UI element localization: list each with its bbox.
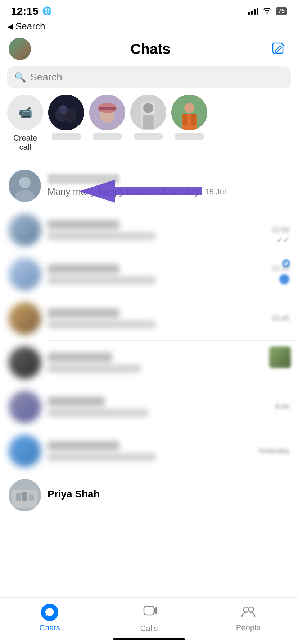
blurred-time-6: Yesterday xyxy=(258,447,289,455)
back-label[interactable]: Search xyxy=(15,21,45,32)
svg-rect-16 xyxy=(183,114,187,125)
priya-shah-avatar xyxy=(9,479,41,511)
svg-rect-12 xyxy=(143,115,154,129)
featured-chat-time: 15 Jul xyxy=(205,187,226,197)
video-plus-icon: 📹 xyxy=(18,106,32,119)
globe-icon: 🌐 xyxy=(42,6,52,16)
priya-shah-name: Priya Shah xyxy=(48,488,100,500)
story-item-1[interactable] xyxy=(48,95,84,140)
blurred-chat-2[interactable]: 11:30 xyxy=(0,252,298,296)
story-row: 📹 Createcall xyxy=(0,95,298,152)
blurred-chat-6[interactable]: Yesterday xyxy=(0,429,298,473)
blurred-time-5: 8:00 xyxy=(275,402,289,411)
story-avatar-1 xyxy=(48,95,84,130)
status-time: 12:15 xyxy=(11,5,39,17)
blurred-avatar-6 xyxy=(9,435,41,467)
search-input[interactable]: Search xyxy=(30,72,62,83)
nav-chats[interactable]: Chats xyxy=(24,604,75,632)
status-bar: 12:15 🌐 75 xyxy=(0,0,298,19)
status-icons: 75 xyxy=(248,6,287,16)
blurred-content-5 xyxy=(48,397,269,417)
blurred-time-1: 12:00 xyxy=(271,226,289,234)
blurred-chat-5[interactable]: 8:00 xyxy=(0,385,298,429)
chats-icon xyxy=(41,604,58,621)
blurred-chat-4[interactable]: 9:15 xyxy=(0,341,298,385)
story-avatar-3 xyxy=(130,95,166,130)
blurred-avatar-5 xyxy=(9,391,41,423)
svg-point-31 xyxy=(249,607,254,612)
blurred-chat-3[interactable]: 10:45 xyxy=(0,296,298,340)
blurred-content-2 xyxy=(48,264,265,284)
blurred-avatar-3 xyxy=(9,302,41,335)
story-item-3[interactable] xyxy=(130,95,166,140)
create-call-button[interactable]: 📹 xyxy=(7,95,43,130)
priya-shah-content: Priya Shah xyxy=(48,488,289,502)
bottom-nav: Chats Calls People xyxy=(0,597,298,644)
blurred-avatar-4 xyxy=(9,346,41,379)
blurred-content-4 xyxy=(48,353,269,373)
nav-people[interactable]: People xyxy=(223,604,274,632)
svg-rect-26 xyxy=(22,492,27,501)
featured-chat-avatar xyxy=(9,170,41,202)
blurred-content-3 xyxy=(48,308,265,328)
battery-icon: 75 xyxy=(276,7,287,15)
chat-list: Many many happy returns of the day· 15 J… xyxy=(0,164,298,583)
svg-point-4 xyxy=(59,105,68,114)
home-indicator xyxy=(113,638,185,640)
blurred-time-3: 10:45 xyxy=(271,314,289,322)
story-name-2 xyxy=(93,133,122,140)
svg-point-22 xyxy=(282,259,290,268)
people-icon xyxy=(240,604,256,621)
story-name-3 xyxy=(134,133,163,140)
svg-marker-29 xyxy=(154,607,157,615)
story-avatar-4 xyxy=(171,95,207,130)
story-name-4 xyxy=(175,133,204,140)
svg-point-11 xyxy=(143,103,153,113)
svg-rect-25 xyxy=(16,493,21,501)
nav-calls[interactable]: Calls xyxy=(124,603,174,633)
svg-rect-28 xyxy=(144,606,154,615)
create-call-label: Createcall xyxy=(13,133,37,152)
unread-badge-2 xyxy=(279,274,289,284)
search-icon: 🔍 xyxy=(14,72,26,83)
blurred-avatar-2 xyxy=(9,258,41,290)
svg-point-19 xyxy=(19,177,31,188)
people-tab-label: People xyxy=(236,623,261,632)
search-bar[interactable]: 🔍 Search xyxy=(7,66,291,88)
svg-point-30 xyxy=(244,607,249,612)
svg-rect-8 xyxy=(99,107,116,110)
signal-icon xyxy=(248,8,258,15)
featured-chat-item[interactable]: Many many happy returns of the day· 15 J… xyxy=(0,164,298,208)
blurred-content-6 xyxy=(48,441,251,461)
create-call-item[interactable]: 📹 Createcall xyxy=(7,95,43,152)
compose-button[interactable] xyxy=(270,40,287,58)
user-avatar[interactable] xyxy=(9,38,31,60)
calls-tab-label: Calls xyxy=(140,624,158,633)
arrow-annotation xyxy=(79,177,202,207)
thumbnail-4 xyxy=(269,346,291,368)
blurred-chat-1[interactable]: 12:00 ✓✓ xyxy=(0,208,298,252)
wifi-icon xyxy=(262,6,272,16)
svg-rect-17 xyxy=(191,114,196,125)
chats-tab-label: Chats xyxy=(39,623,60,632)
status-icon-2 xyxy=(281,259,291,270)
story-item-2[interactable] xyxy=(89,95,125,140)
svg-point-14 xyxy=(184,103,194,113)
search-bar-container: 🔍 Search xyxy=(0,64,298,95)
blurred-content-1 xyxy=(48,220,265,240)
back-arrow-icon: ◀ xyxy=(7,22,13,31)
blurred-avatar-1 xyxy=(9,214,41,246)
story-name-1 xyxy=(52,133,81,140)
svg-marker-21 xyxy=(79,180,202,203)
header: Chats xyxy=(0,36,298,64)
svg-rect-27 xyxy=(29,494,34,501)
story-avatar-2 xyxy=(89,95,125,130)
back-row[interactable]: ◀ Search xyxy=(0,19,298,36)
read-ticks-1: ✓✓ xyxy=(276,235,289,245)
story-item-4[interactable] xyxy=(171,95,207,140)
priya-shah-chat-item[interactable]: Priya Shah xyxy=(0,473,298,583)
calls-icon xyxy=(141,603,157,622)
page-title: Chats xyxy=(130,41,170,57)
